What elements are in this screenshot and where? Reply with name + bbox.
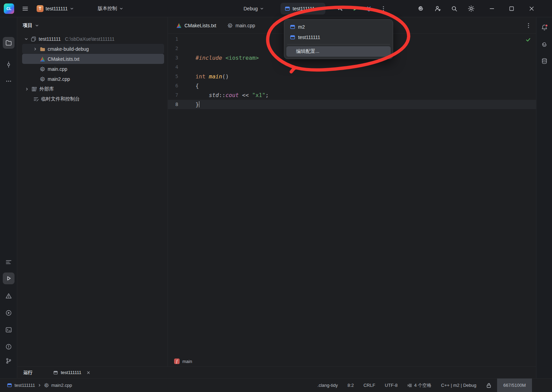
- status-caret-position[interactable]: 8:2: [348, 383, 354, 388]
- ellipsis-icon: [5, 78, 12, 85]
- breadcrumb-function[interactable]: main: [182, 359, 192, 364]
- center-column: 项目 test111111 C:\sbDaXue\test111111: [17, 17, 536, 378]
- tab-cmakelists[interactable]: CMakeLists.txt: [171, 17, 222, 34]
- run-config-icon: [7, 383, 12, 388]
- bell-icon: [541, 24, 548, 31]
- tab-label: CMakeLists.txt: [184, 23, 216, 28]
- chevron-down-icon[interactable]: [24, 37, 28, 41]
- vcs-widget[interactable]: 版本控制: [98, 0, 123, 17]
- ai-assistant-tool-button[interactable]: [539, 39, 550, 50]
- close-button[interactable]: [523, 0, 540, 17]
- project-widget[interactable]: T test111111: [37, 0, 74, 17]
- titlebar: CL T test111111 版本控制 Debug test111111: [0, 0, 552, 17]
- status-file[interactable]: main2.cpp: [51, 383, 72, 388]
- search-everywhere-button[interactable]: [448, 3, 460, 15]
- svg-text:C: C: [45, 384, 47, 387]
- svg-text:C: C: [41, 67, 44, 70]
- maximize-button[interactable]: [503, 0, 520, 17]
- inspections-tool-button[interactable]: [3, 290, 15, 302]
- tree-item-label: cmake-build-debug: [48, 46, 89, 52]
- maximize-icon: [508, 5, 515, 12]
- code-area[interactable]: 1 2 3 4 5 6 7 8 #include <iostre: [168, 34, 536, 356]
- status-encoding[interactable]: UTF-8: [385, 383, 398, 388]
- popup-item-m2[interactable]: m2: [286, 22, 391, 32]
- run-tool-window-title: 运行: [23, 370, 32, 376]
- status-line-ending[interactable]: CRLF: [363, 383, 375, 388]
- debug-mode-label: Debug: [244, 6, 258, 11]
- code-line[interactable]: }: [196, 100, 536, 109]
- commit-tool-button[interactable]: [3, 59, 15, 70]
- tree-item-cmakelists[interactable]: CMakeLists.txt: [22, 54, 164, 64]
- search-icon: [451, 5, 458, 12]
- run-config-selector[interactable]: test111111: [280, 3, 325, 15]
- main-menu-button[interactable]: [19, 0, 31, 17]
- code-line[interactable]: {: [196, 81, 536, 90]
- run-tool-button[interactable]: [3, 273, 15, 284]
- status-context[interactable]: C++ | m2 | Debug: [441, 383, 476, 388]
- chevron-right-icon[interactable]: [33, 47, 37, 51]
- debug-mode-selector[interactable]: Debug: [244, 0, 264, 17]
- run-config-label: test111111: [293, 6, 315, 11]
- popup-edit-configurations[interactable]: 编辑配置...: [286, 46, 391, 57]
- status-lock[interactable]: [486, 383, 492, 388]
- code-line[interactable]: int main(): [196, 72, 536, 81]
- cpp-file-icon: C: [227, 23, 233, 28]
- code-with-me-button[interactable]: [432, 3, 444, 15]
- tree-item-project-root[interactable]: test111111 C:\sbDaXue\test111111: [17, 34, 168, 44]
- tree-item-external-libraries[interactable]: 外部库: [17, 84, 168, 94]
- chevron-down-icon: [119, 7, 123, 11]
- code-line[interactable]: std::cout << "x1";: [196, 90, 536, 100]
- run-config-icon: [290, 35, 295, 40]
- play-outline-icon: [5, 275, 12, 282]
- run-button[interactable]: [349, 3, 361, 15]
- git-tool-button[interactable]: [3, 355, 15, 367]
- settings-button[interactable]: [465, 3, 477, 15]
- tree-item-scratches[interactable]: 临时文件和控制台: [17, 94, 168, 104]
- svg-text:C: C: [41, 77, 44, 80]
- close-tab-button[interactable]: [86, 371, 91, 375]
- popup-item-label: test111111: [298, 35, 320, 40]
- run-tab-test111111[interactable]: test111111: [53, 370, 91, 375]
- notifications-button[interactable]: [539, 22, 550, 34]
- left-tool-strip: [0, 17, 17, 378]
- editor-options-button[interactable]: [525, 22, 532, 29]
- status-clang-tidy[interactable]: .clang-tidy: [317, 383, 338, 388]
- chevron-down-icon: [35, 23, 39, 28]
- services-tool-button[interactable]: [3, 307, 15, 319]
- code-line[interactable]: [196, 63, 536, 72]
- popup-separator: [287, 44, 390, 45]
- terminal-icon: [5, 326, 12, 333]
- project-tool-button[interactable]: [3, 37, 15, 49]
- chevron-down-icon: [317, 7, 321, 11]
- tree-item-cmake-build-debug[interactable]: cmake-build-debug: [22, 44, 164, 54]
- memory-indicator[interactable]: 667/5100M: [497, 379, 532, 392]
- tree-item-main-cpp[interactable]: C main.cpp: [17, 64, 168, 74]
- logo-text: CL: [7, 7, 12, 11]
- tree-item-main2-cpp[interactable]: C main2.cpp: [17, 74, 168, 84]
- tree-item-label: test111111: [39, 36, 61, 42]
- minimize-button[interactable]: [484, 0, 500, 17]
- minimize-icon: [488, 5, 495, 12]
- debug-button[interactable]: [363, 3, 375, 15]
- popup-item-test111111[interactable]: test111111: [286, 32, 391, 42]
- tree-item-label: main.cpp: [48, 66, 67, 72]
- ai-swirl-icon: [541, 41, 548, 48]
- status-breadcrumb[interactable]: test111111 C main2.cpp: [7, 383, 72, 388]
- ai-assistant-button[interactable]: [415, 3, 427, 15]
- project-avatar: T: [37, 5, 44, 12]
- problems-tool-button[interactable]: [3, 341, 15, 353]
- structure-tool-button[interactable]: [3, 256, 15, 268]
- inspections-widget[interactable]: [525, 37, 531, 43]
- database-tool-button[interactable]: [539, 55, 550, 67]
- build-button[interactable]: [334, 3, 346, 15]
- status-indent[interactable]: 4 个空格: [407, 382, 431, 389]
- more-tools-button[interactable]: [3, 75, 15, 87]
- terminal-tool-button[interactable]: [3, 324, 15, 336]
- clion-logo-icon[interactable]: CL: [4, 3, 14, 14]
- tab-main-cpp[interactable]: C main.cpp: [222, 17, 261, 34]
- chevron-right-icon[interactable]: [25, 87, 29, 91]
- status-project[interactable]: test111111: [15, 383, 35, 388]
- more-actions-button[interactable]: [378, 3, 389, 15]
- project-panel-header[interactable]: 项目: [17, 17, 168, 34]
- function-icon: f: [174, 358, 180, 364]
